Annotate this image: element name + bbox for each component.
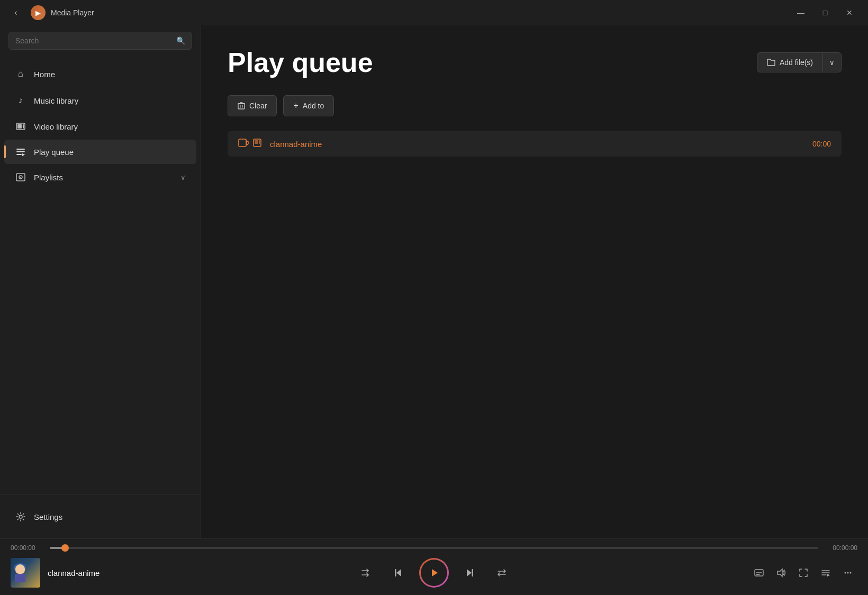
sidebar-item-playlists[interactable]: Playlists ∨ — [4, 165, 196, 189]
add-files-label: Add file(s) — [780, 58, 813, 67]
svg-point-36 — [850, 572, 852, 574]
previous-button[interactable] — [387, 562, 409, 583]
progress-bar-container: 00:00:00 00:00:00 — [0, 539, 868, 554]
app-icon: ▶ — [31, 5, 46, 20]
sidebar-item-video-library[interactable]: Video library — [4, 114, 196, 139]
clear-button[interactable]: Clear — [228, 95, 277, 116]
repeat-button[interactable] — [491, 562, 512, 583]
more-options-button[interactable] — [838, 563, 857, 582]
video-icon — [15, 122, 26, 131]
add-to-icon: + — [293, 101, 298, 111]
current-time: 00:00:00 — [11, 544, 42, 552]
search-box[interactable]: 🔍 — [8, 32, 192, 50]
svg-rect-1 — [17, 124, 22, 129]
queue-item-time: 00:00 — [812, 140, 831, 148]
add-to-label: Add to — [303, 102, 324, 110]
main-layout: 🔍 ⌂ Home ♪ Music library Video lib — [0, 25, 868, 538]
svg-rect-11 — [238, 104, 245, 109]
music-library-label: Music library — [34, 96, 186, 105]
svg-rect-19 — [255, 140, 258, 144]
sidebar-item-play-queue[interactable]: Play queue — [4, 140, 196, 164]
progress-thumb[interactable] — [61, 544, 69, 552]
close-button[interactable]: ✕ — [837, 4, 862, 21]
progress-track[interactable] — [50, 547, 818, 549]
now-playing: clannad-anime — [11, 558, 180, 588]
svg-marker-24 — [467, 569, 472, 576]
controls-center — [180, 558, 688, 588]
svg-marker-6 — [22, 153, 25, 156]
content-area: Play queue Add file(s) ∨ — [201, 25, 868, 538]
next-button[interactable] — [459, 562, 481, 583]
add-files-button-group: Add file(s) ∨ — [757, 52, 842, 72]
total-time: 00:00:00 — [826, 544, 857, 552]
svg-marker-33 — [827, 574, 830, 576]
svg-point-10 — [19, 515, 22, 518]
play-queue-label: Play queue — [34, 148, 186, 157]
titlebar-left: ‹ ▶ Media Player — [6, 3, 94, 22]
window-controls: — □ ✕ — [789, 4, 862, 21]
toolbar: Clear + Add to — [228, 95, 842, 116]
bottom-bar: 00:00:00 00:00:00 clannad-anime — [0, 538, 868, 595]
svg-marker-17 — [247, 141, 248, 145]
home-label: Home — [34, 70, 186, 79]
svg-marker-29 — [777, 569, 782, 576]
sidebar-item-music-library[interactable]: ♪ Music library — [4, 88, 196, 113]
svg-rect-20 — [259, 140, 260, 144]
nav-items: ⌂ Home ♪ Music library Video library — [0, 56, 201, 495]
svg-point-34 — [845, 572, 846, 574]
add-to-button[interactable]: + Add to — [283, 95, 334, 116]
titlebar-nav: ‹ — [6, 3, 25, 22]
add-files-main-button[interactable]: Add file(s) — [757, 53, 823, 72]
player-controls: clannad-anime — [0, 554, 868, 595]
add-files-dropdown-button[interactable]: ∨ — [823, 53, 841, 72]
media-icon — [253, 139, 261, 149]
music-icon: ♪ — [15, 95, 26, 106]
page-title: Play queue — [228, 47, 373, 78]
svg-rect-16 — [239, 139, 246, 147]
sidebar: 🔍 ⌂ Home ♪ Music library Video lib — [0, 25, 201, 538]
queue-item-icons — [238, 139, 261, 149]
play-queue-icon — [15, 147, 26, 157]
playlists-icon — [15, 172, 26, 182]
playlists-chevron-icon: ∨ — [180, 173, 186, 181]
svg-rect-2 — [23, 124, 24, 129]
titlebar: ‹ ▶ Media Player — □ ✕ — [0, 0, 868, 25]
play-button[interactable] — [419, 558, 449, 588]
video-file-icon — [238, 139, 249, 149]
subtitle-button[interactable] — [749, 563, 768, 582]
sidebar-item-home[interactable]: ⌂ Home — [4, 61, 196, 87]
content-header: Play queue Add file(s) ∨ — [228, 47, 842, 78]
queue-item[interactable]: clannad-anime 00:00 — [228, 131, 842, 157]
maximize-button[interactable]: □ — [813, 4, 837, 21]
sidebar-footer: Settings — [0, 495, 201, 538]
volume-button[interactable] — [772, 563, 791, 582]
controls-right — [688, 563, 857, 582]
svg-rect-22 — [395, 569, 396, 576]
folder-icon — [767, 58, 775, 67]
search-input[interactable] — [15, 36, 171, 45]
minimize-button[interactable]: — — [789, 4, 813, 21]
trash-icon — [238, 102, 245, 109]
clear-label: Clear — [249, 102, 267, 110]
settings-icon — [15, 512, 26, 521]
home-icon: ⌂ — [15, 69, 26, 79]
playlists-label: Playlists — [34, 173, 173, 182]
search-icon[interactable]: 🔍 — [176, 36, 185, 45]
svg-marker-23 — [432, 569, 438, 576]
svg-marker-21 — [396, 569, 401, 576]
shuffle-button[interactable] — [356, 562, 377, 583]
svg-point-9 — [20, 177, 21, 178]
back-button[interactable]: ‹ — [6, 3, 25, 22]
queue-item-name: clannad-anime — [270, 140, 804, 149]
app-title: Media Player — [51, 8, 94, 17]
thumb-body — [15, 574, 25, 582]
sidebar-item-settings[interactable]: Settings — [4, 505, 196, 529]
thumbnail — [11, 558, 40, 588]
thumb-head — [15, 564, 25, 574]
now-playing-title: clannad-anime — [48, 569, 100, 578]
video-library-label: Video library — [34, 122, 186, 131]
settings-label: Settings — [34, 512, 186, 521]
queue-view-button[interactable] — [816, 563, 835, 582]
queue-list: clannad-anime 00:00 — [228, 131, 842, 157]
fullscreen-button[interactable] — [794, 563, 813, 582]
